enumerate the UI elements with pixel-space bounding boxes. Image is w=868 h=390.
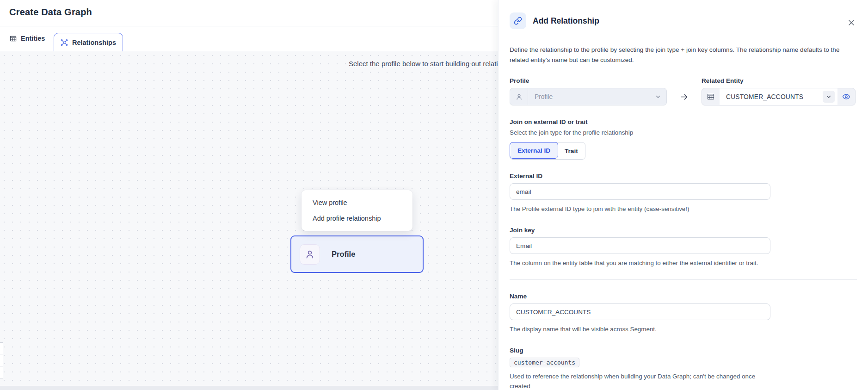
profile-select[interactable]: Profile	[510, 88, 667, 105]
panel-description: Define the relationship to the profile b…	[510, 45, 856, 65]
zoom-out-button[interactable]	[0, 354, 3, 366]
tab-entities[interactable]: Entities	[10, 35, 45, 42]
add-relationship-panel: Add Relationship Define the relationship…	[498, 0, 868, 390]
tab-relationships[interactable]: Relationships	[54, 33, 123, 51]
chevron-down-icon	[655, 94, 661, 99]
join-type-sublabel: Select the join type for the profile rel…	[510, 128, 857, 137]
menu-item-view-profile[interactable]: View profile	[302, 195, 412, 210]
toggle-external-id[interactable]: External ID	[510, 142, 558, 159]
table-icon	[10, 35, 17, 42]
join-key-input[interactable]	[510, 237, 770, 254]
panel-title: Add Relationship	[533, 16, 599, 26]
related-entity-value-box[interactable]: CUSTOMER_ACCOUNTS	[720, 88, 837, 105]
fit-view-button[interactable]	[0, 366, 3, 378]
name-input[interactable]	[510, 303, 770, 320]
relationships-graph-icon	[61, 39, 68, 46]
zoom-in-button[interactable]	[0, 342, 3, 354]
external-id-helper: The Profile external ID type to join wit…	[510, 204, 771, 214]
menu-item-add-profile-relationship[interactable]: Add profile relationship	[302, 210, 412, 226]
slug-value: customer-accounts	[510, 358, 579, 367]
name-helper: The display name that will be visible ac…	[510, 325, 771, 334]
external-id-label: External ID	[510, 173, 857, 180]
profile-entity-row: Profile Profile	[510, 77, 857, 105]
slug-label: Slug	[510, 347, 857, 354]
profile-node-label: Profile	[332, 250, 355, 259]
related-entity-label: Related Entity	[702, 77, 856, 84]
eye-icon[interactable]	[837, 88, 855, 105]
close-icon[interactable]	[847, 19, 856, 27]
tab-relationships-label: Relationships	[72, 39, 116, 46]
user-icon	[510, 88, 528, 105]
chevron-down-icon[interactable]	[823, 91, 835, 103]
slug-helper: Used to reference the relationship when …	[510, 372, 771, 390]
join-key-label: Join key	[510, 227, 857, 234]
node-context-menu: View profile Add profile relationship	[302, 190, 412, 231]
panel-header: Add Relationship	[510, 12, 857, 29]
related-entity-value: CUSTOMER_ACCOUNTS	[726, 93, 823, 100]
join-key-helper: The column on the entity table that you …	[510, 259, 771, 268]
name-label: Name	[510, 293, 857, 300]
canvas-hint-text: Select the profile below to start buildi…	[349, 60, 522, 68]
related-entity-select: CUSTOMER_ACCOUNTS	[702, 88, 856, 105]
join-type-toggle: External ID Trait	[510, 142, 585, 160]
tab-entities-label: Entities	[21, 35, 45, 42]
profile-node[interactable]: Profile	[290, 235, 424, 273]
profile-node-chip	[300, 244, 320, 265]
user-icon	[304, 249, 315, 260]
join-type-label: Join on external ID or trait	[510, 118, 857, 125]
table-icon	[702, 88, 720, 105]
profile-select-label: Profile	[510, 77, 667, 84]
arrow-right-icon	[667, 93, 702, 101]
page-title: Create Data Graph	[9, 7, 92, 18]
panel-divider	[510, 279, 857, 280]
profile-select-placeholder: Profile	[528, 93, 655, 100]
canvas-zoom-controls	[0, 342, 3, 378]
external-id-input[interactable]	[510, 183, 770, 200]
link-icon	[510, 12, 526, 29]
toggle-trait[interactable]: Trait	[558, 142, 585, 159]
